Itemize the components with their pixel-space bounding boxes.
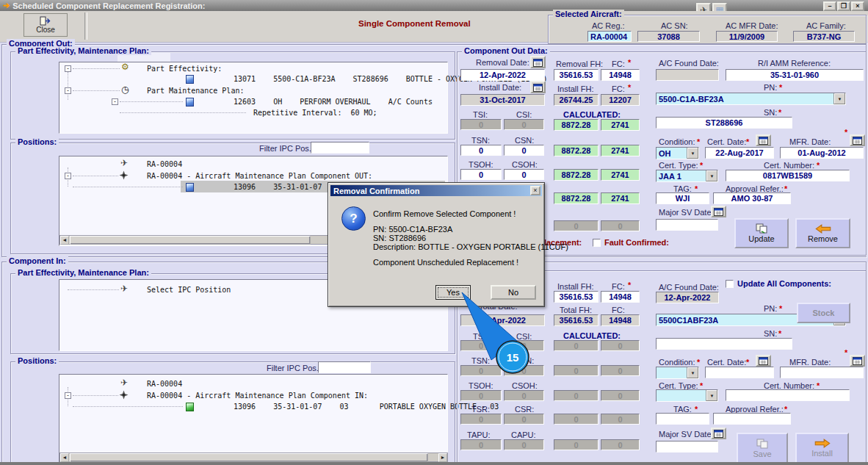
mfr-date-field[interactable]: 01-Aug-2012 xyxy=(780,147,864,159)
install-fh-field: 26744.25 xyxy=(554,94,598,106)
tree-item[interactable]: RA-00004 xyxy=(147,159,182,169)
required-star: * xyxy=(778,108,781,117)
tree-collapse-toggle[interactable]: - xyxy=(65,392,71,399)
filter-ipc-input[interactable] xyxy=(318,361,371,373)
approval-refer-field[interactable]: AMO 30-87 xyxy=(713,192,791,204)
filter-ipc-input[interactable] xyxy=(311,142,369,154)
cert-date-field[interactable] xyxy=(705,367,774,378)
mfr-date-field[interactable] xyxy=(780,367,864,378)
chevron-down-icon[interactable]: ▼ xyxy=(706,390,717,401)
install-button[interactable]: Install xyxy=(795,433,849,464)
calculated-fh-field: 0 xyxy=(554,340,598,351)
required-star: * xyxy=(779,304,782,313)
tree-item[interactable]: RA-00004 xyxy=(147,379,182,389)
csoh-field[interactable]: 0 xyxy=(504,169,544,180)
yes-button[interactable]: Yes xyxy=(435,285,471,300)
tsn-field[interactable]: 0 xyxy=(460,145,502,156)
no-button[interactable]: No xyxy=(491,285,536,300)
approval-refer-field[interactable] xyxy=(713,413,791,425)
amm-reference-field[interactable]: 35-31-01-960 xyxy=(726,69,864,81)
save-button[interactable]: Save xyxy=(737,433,788,464)
calculated-fc-field: 2741 xyxy=(601,119,640,131)
total-fc-field: 14948 xyxy=(601,314,640,326)
removal-date-calendar-button[interactable] xyxy=(530,56,546,68)
major-sv-date-field[interactable] xyxy=(656,219,718,231)
scroll-left-icon[interactable]: ◄ xyxy=(60,236,69,245)
scrollbar-thumb[interactable] xyxy=(70,453,428,462)
exit-icon xyxy=(40,16,51,26)
chevron-down-icon[interactable]: ▼ xyxy=(687,367,698,378)
major-sv-calendar-button[interactable] xyxy=(711,428,726,439)
mfr-date-calendar-button[interactable] xyxy=(850,355,865,367)
condition-combobox[interactable]: OH ▼ xyxy=(656,147,699,159)
cert-date-field[interactable]: 22-Aug-2017 xyxy=(705,147,774,159)
chevron-down-icon[interactable]: ▼ xyxy=(706,170,717,181)
selected-aircraft-label: Selected Aircraft: xyxy=(553,10,624,18)
mfr-date-calendar-button[interactable] xyxy=(850,134,865,146)
sn-field[interactable]: ST288696 xyxy=(656,117,792,129)
minimize-button[interactable]: – xyxy=(823,1,836,11)
condition-combobox[interactable]: ▼ xyxy=(656,367,699,379)
tree-connector xyxy=(68,72,68,100)
required-star: * xyxy=(817,161,820,170)
major-sv-date-field[interactable] xyxy=(656,441,718,453)
dialog-title-bar[interactable]: Removal Confirmation xyxy=(330,185,542,196)
tree-collapse-toggle[interactable]: - xyxy=(65,173,71,179)
tag-field[interactable] xyxy=(656,413,709,425)
install-fc-field[interactable]: 14948 xyxy=(601,291,640,303)
scrollbar-thumb[interactable] xyxy=(70,236,311,245)
restore-button[interactable]: ❐ xyxy=(837,1,850,11)
tag-field[interactable]: WJI xyxy=(656,192,709,204)
cert-number-field[interactable] xyxy=(726,389,850,401)
update-button[interactable]: Update xyxy=(734,218,789,248)
cert-number-field[interactable]: 0817WB1589 xyxy=(726,170,850,181)
tree-item[interactable]: Part Maintenance Plan: xyxy=(147,86,244,95)
update-icon xyxy=(756,223,768,234)
calendar-icon xyxy=(853,356,862,365)
remove-button[interactable]: Remove xyxy=(795,218,850,248)
tsoh-field[interactable]: 0 xyxy=(460,169,502,180)
pn-combobox[interactable]: 5500-C1A-BF23A ▼ xyxy=(656,93,846,105)
chevron-down-icon[interactable]: ▼ xyxy=(687,148,698,159)
save-icon xyxy=(756,439,769,449)
scroll-right-icon[interactable]: ► xyxy=(438,453,447,462)
ac-reg-field[interactable]: RA-00004 xyxy=(587,31,632,42)
tree-item[interactable]: Part Effectivity: xyxy=(147,64,222,73)
dialog-close-icon[interactable]: × xyxy=(530,186,540,195)
pn-label: PN: xyxy=(764,304,777,314)
chevron-down-icon[interactable]: ▼ xyxy=(833,93,845,104)
tree-item[interactable]: 12603 OH PERFORM OVERHAUL A/C Counts xyxy=(234,97,433,107)
cert-type-combobox[interactable]: JAA 1 ▼ xyxy=(656,170,718,182)
removal-date-field[interactable]: 12-Apr-2022 xyxy=(460,69,545,81)
tree-collapse-toggle[interactable]: - xyxy=(112,98,118,105)
tree-item[interactable]: RA-00004 - Aircraft Maintenance Plan Com… xyxy=(147,391,368,400)
tree-item[interactable]: Select IPC Position xyxy=(147,285,231,295)
condition-value: OH xyxy=(659,149,671,158)
calculated-fh-field: 0 xyxy=(554,365,598,376)
update-all-components-checkbox[interactable] xyxy=(726,280,734,288)
tree-collapse-toggle[interactable]: - xyxy=(65,65,71,72)
pn-label: PN: xyxy=(764,83,777,93)
major-sv-calendar-button[interactable] xyxy=(711,206,726,217)
install-date-calendar-button[interactable] xyxy=(530,81,546,93)
window-close-button[interactable]: × xyxy=(851,1,864,11)
ac-family-label: AC Family: xyxy=(806,21,846,31)
scroll-left-icon[interactable]: ◄ xyxy=(60,453,69,462)
csn-field[interactable]: 0 xyxy=(504,145,544,156)
sn-field[interactable] xyxy=(656,338,792,350)
stock-button[interactable]: Stock xyxy=(797,303,850,323)
cert-date-calendar-button[interactable] xyxy=(756,134,771,146)
cert-type-combobox[interactable]: ▼ xyxy=(656,389,718,402)
calculated-fh-field: 0 xyxy=(554,439,598,450)
removal-fh-field[interactable]: 35616.53 xyxy=(554,69,598,81)
tree-item[interactable]: RA-00004 - Aircraft Maintenance Plan Com… xyxy=(147,171,372,181)
required-star: * xyxy=(746,137,749,146)
install-fh-field[interactable]: 35616.53 xyxy=(554,291,598,303)
removal-fc-field[interactable]: 14948 xyxy=(601,69,640,81)
tree-item[interactable]: Repetitive Interval: 60 MO; xyxy=(253,108,377,118)
ac-found-date-field[interactable] xyxy=(656,69,719,81)
close-button[interactable]: Close xyxy=(23,13,68,37)
fault-confirmed-checkbox[interactable] xyxy=(593,239,601,247)
tree-collapse-toggle[interactable]: - xyxy=(65,87,71,94)
cert-date-calendar-button[interactable] xyxy=(756,355,771,367)
